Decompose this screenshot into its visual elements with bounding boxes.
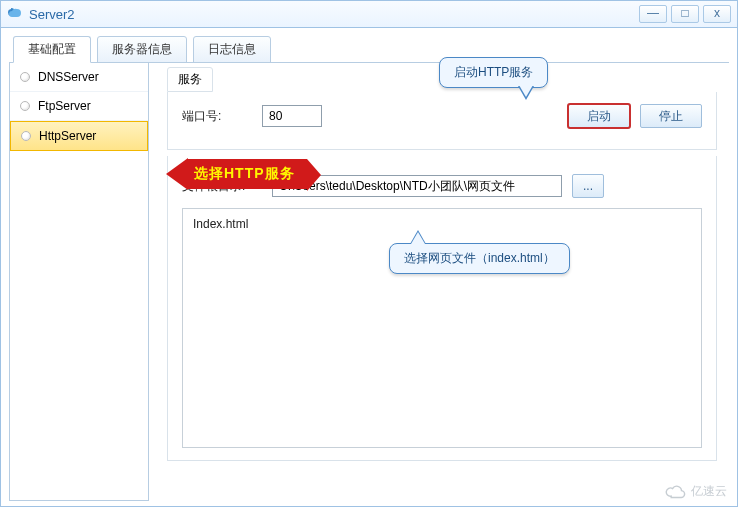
close-button[interactable]: x xyxy=(703,5,731,23)
callout-select-file: 选择网页文件（index.html） xyxy=(389,243,570,274)
sidebar-item-dns[interactable]: DNSServer xyxy=(10,63,148,92)
tab-basic-config[interactable]: 基础配置 xyxy=(13,36,91,63)
window-body: 基础配置 服务器信息 日志信息 DNSServer FtpServer Http… xyxy=(0,28,738,507)
circle-icon xyxy=(21,131,31,141)
sidebar-item-label: HttpServer xyxy=(39,129,96,143)
tab-log-info[interactable]: 日志信息 xyxy=(193,36,271,63)
sidebar-item-label: FtpServer xyxy=(38,99,91,113)
port-input[interactable] xyxy=(262,105,322,127)
stop-button[interactable]: 停止 xyxy=(640,104,702,128)
circle-icon xyxy=(20,101,30,111)
sidebar: DNSServer FtpServer HttpServer xyxy=(9,63,149,501)
browse-button[interactable]: ... xyxy=(572,174,604,198)
tabs-top: 基础配置 服务器信息 日志信息 xyxy=(13,36,729,63)
cloud-icon xyxy=(665,485,687,499)
arrow-label: 选择HTTP服务 xyxy=(188,159,307,189)
port-label: 端口号: xyxy=(182,108,252,125)
start-button[interactable]: 启动 xyxy=(568,104,630,128)
callout-tail-icon xyxy=(410,230,426,244)
window-buttons: — □ x xyxy=(639,5,731,23)
circle-icon xyxy=(20,72,30,82)
app-icon xyxy=(7,5,23,24)
maximize-button[interactable]: □ xyxy=(671,5,699,23)
tab-server-info[interactable]: 服务器信息 xyxy=(97,36,187,63)
list-item[interactable]: Index.html xyxy=(193,217,691,231)
titlebar: Server2 — □ x xyxy=(0,0,738,28)
minimize-button[interactable]: — xyxy=(639,5,667,23)
sidebar-item-http[interactable]: HttpServer xyxy=(10,121,148,151)
window-title: Server2 xyxy=(29,7,639,22)
sidebar-item-label: DNSServer xyxy=(38,70,99,84)
watermark: 亿速云 xyxy=(665,483,727,500)
main-panel: 服务 端口号: 启动 停止 配置 文件根目录: ... xyxy=(149,63,729,501)
group-service-label: 服务 xyxy=(167,67,213,92)
annotation-select-http-arrow: 选择HTTP服务 xyxy=(166,158,307,190)
sidebar-item-ftp[interactable]: FtpServer xyxy=(10,92,148,121)
arrow-head-icon xyxy=(166,158,188,190)
group-config: 配置 文件根目录: ... Index.html xyxy=(167,156,717,461)
callout-tail-icon xyxy=(518,86,534,100)
group-service: 端口号: 启动 停止 xyxy=(167,92,717,150)
callout-start-http: 启动HTTP服务 xyxy=(439,57,548,88)
